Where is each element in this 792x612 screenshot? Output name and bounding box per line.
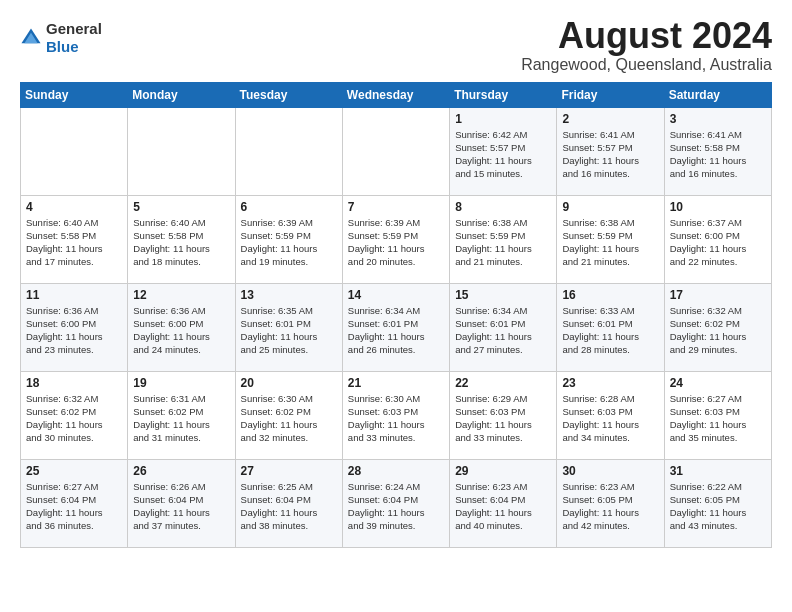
calendar-cell: 9Sunrise: 6:38 AM Sunset: 5:59 PM Daylig… (557, 195, 664, 283)
calendar-cell: 7Sunrise: 6:39 AM Sunset: 5:59 PM Daylig… (342, 195, 449, 283)
day-info: Sunrise: 6:28 AM Sunset: 6:03 PM Dayligh… (562, 392, 658, 445)
day-info: Sunrise: 6:25 AM Sunset: 6:04 PM Dayligh… (241, 480, 337, 533)
day-info: Sunrise: 6:38 AM Sunset: 5:59 PM Dayligh… (562, 216, 658, 269)
day-info: Sunrise: 6:33 AM Sunset: 6:01 PM Dayligh… (562, 304, 658, 357)
calendar-cell: 22Sunrise: 6:29 AM Sunset: 6:03 PM Dayli… (450, 371, 557, 459)
day-info: Sunrise: 6:22 AM Sunset: 6:05 PM Dayligh… (670, 480, 766, 533)
weekday-tuesday: Tuesday (235, 82, 342, 107)
day-info: Sunrise: 6:39 AM Sunset: 5:59 PM Dayligh… (348, 216, 444, 269)
calendar-cell: 1Sunrise: 6:42 AM Sunset: 5:57 PM Daylig… (450, 107, 557, 195)
calendar-cell: 18Sunrise: 6:32 AM Sunset: 6:02 PM Dayli… (21, 371, 128, 459)
calendar-cell: 24Sunrise: 6:27 AM Sunset: 6:03 PM Dayli… (664, 371, 771, 459)
calendar-cell: 17Sunrise: 6:32 AM Sunset: 6:02 PM Dayli… (664, 283, 771, 371)
day-info: Sunrise: 6:40 AM Sunset: 5:58 PM Dayligh… (133, 216, 229, 269)
calendar-cell: 4Sunrise: 6:40 AM Sunset: 5:58 PM Daylig… (21, 195, 128, 283)
week-row-3: 11Sunrise: 6:36 AM Sunset: 6:00 PM Dayli… (21, 283, 772, 371)
day-info: Sunrise: 6:27 AM Sunset: 6:03 PM Dayligh… (670, 392, 766, 445)
calendar-cell: 31Sunrise: 6:22 AM Sunset: 6:05 PM Dayli… (664, 459, 771, 547)
day-info: Sunrise: 6:24 AM Sunset: 6:04 PM Dayligh… (348, 480, 444, 533)
day-number: 30 (562, 464, 658, 478)
day-number: 5 (133, 200, 229, 214)
day-info: Sunrise: 6:42 AM Sunset: 5:57 PM Dayligh… (455, 128, 551, 181)
calendar-cell: 12Sunrise: 6:36 AM Sunset: 6:00 PM Dayli… (128, 283, 235, 371)
day-number: 17 (670, 288, 766, 302)
day-number: 19 (133, 376, 229, 390)
day-info: Sunrise: 6:34 AM Sunset: 6:01 PM Dayligh… (348, 304, 444, 357)
weekday-header: SundayMondayTuesdayWednesdayThursdayFrid… (21, 82, 772, 107)
weekday-friday: Friday (557, 82, 664, 107)
location-title: Rangewood, Queensland, Australia (521, 56, 772, 74)
calendar-cell (342, 107, 449, 195)
day-info: Sunrise: 6:23 AM Sunset: 6:04 PM Dayligh… (455, 480, 551, 533)
day-info: Sunrise: 6:34 AM Sunset: 6:01 PM Dayligh… (455, 304, 551, 357)
day-number: 23 (562, 376, 658, 390)
calendar-cell (128, 107, 235, 195)
day-number: 15 (455, 288, 551, 302)
calendar-cell (21, 107, 128, 195)
calendar-cell: 21Sunrise: 6:30 AM Sunset: 6:03 PM Dayli… (342, 371, 449, 459)
calendar-cell: 15Sunrise: 6:34 AM Sunset: 6:01 PM Dayli… (450, 283, 557, 371)
day-info: Sunrise: 6:35 AM Sunset: 6:01 PM Dayligh… (241, 304, 337, 357)
day-number: 18 (26, 376, 122, 390)
day-info: Sunrise: 6:41 AM Sunset: 5:57 PM Dayligh… (562, 128, 658, 181)
calendar-cell: 6Sunrise: 6:39 AM Sunset: 5:59 PM Daylig… (235, 195, 342, 283)
day-info: Sunrise: 6:27 AM Sunset: 6:04 PM Dayligh… (26, 480, 122, 533)
header: General Blue August 2024 Rangewood, Quee… (20, 16, 772, 74)
day-number: 22 (455, 376, 551, 390)
calendar-cell: 13Sunrise: 6:35 AM Sunset: 6:01 PM Dayli… (235, 283, 342, 371)
calendar-table: SundayMondayTuesdayWednesdayThursdayFrid… (20, 82, 772, 548)
day-info: Sunrise: 6:30 AM Sunset: 6:02 PM Dayligh… (241, 392, 337, 445)
logo-icon (20, 27, 42, 49)
calendar-cell (235, 107, 342, 195)
day-info: Sunrise: 6:37 AM Sunset: 6:00 PM Dayligh… (670, 216, 766, 269)
week-row-5: 25Sunrise: 6:27 AM Sunset: 6:04 PM Dayli… (21, 459, 772, 547)
day-info: Sunrise: 6:38 AM Sunset: 5:59 PM Dayligh… (455, 216, 551, 269)
calendar-cell: 8Sunrise: 6:38 AM Sunset: 5:59 PM Daylig… (450, 195, 557, 283)
day-info: Sunrise: 6:31 AM Sunset: 6:02 PM Dayligh… (133, 392, 229, 445)
calendar-cell: 5Sunrise: 6:40 AM Sunset: 5:58 PM Daylig… (128, 195, 235, 283)
day-number: 8 (455, 200, 551, 214)
day-number: 9 (562, 200, 658, 214)
calendar-cell: 27Sunrise: 6:25 AM Sunset: 6:04 PM Dayli… (235, 459, 342, 547)
day-number: 6 (241, 200, 337, 214)
day-number: 16 (562, 288, 658, 302)
calendar-body: 1Sunrise: 6:42 AM Sunset: 5:57 PM Daylig… (21, 107, 772, 547)
calendar-cell: 11Sunrise: 6:36 AM Sunset: 6:00 PM Dayli… (21, 283, 128, 371)
day-info: Sunrise: 6:41 AM Sunset: 5:58 PM Dayligh… (670, 128, 766, 181)
day-info: Sunrise: 6:32 AM Sunset: 6:02 PM Dayligh… (670, 304, 766, 357)
day-number: 14 (348, 288, 444, 302)
day-number: 21 (348, 376, 444, 390)
day-number: 29 (455, 464, 551, 478)
day-info: Sunrise: 6:26 AM Sunset: 6:04 PM Dayligh… (133, 480, 229, 533)
weekday-sunday: Sunday (21, 82, 128, 107)
day-number: 20 (241, 376, 337, 390)
weekday-monday: Monday (128, 82, 235, 107)
title-block: August 2024 Rangewood, Queensland, Austr… (521, 16, 772, 74)
week-row-2: 4Sunrise: 6:40 AM Sunset: 5:58 PM Daylig… (21, 195, 772, 283)
day-number: 24 (670, 376, 766, 390)
day-info: Sunrise: 6:40 AM Sunset: 5:58 PM Dayligh… (26, 216, 122, 269)
day-number: 13 (241, 288, 337, 302)
day-info: Sunrise: 6:36 AM Sunset: 6:00 PM Dayligh… (133, 304, 229, 357)
day-number: 2 (562, 112, 658, 126)
calendar-cell: 20Sunrise: 6:30 AM Sunset: 6:02 PM Dayli… (235, 371, 342, 459)
logo-text-blue: Blue (46, 38, 79, 55)
calendar-cell: 23Sunrise: 6:28 AM Sunset: 6:03 PM Dayli… (557, 371, 664, 459)
day-number: 11 (26, 288, 122, 302)
logo: General Blue (20, 20, 102, 56)
calendar-cell: 30Sunrise: 6:23 AM Sunset: 6:05 PM Dayli… (557, 459, 664, 547)
calendar-cell: 10Sunrise: 6:37 AM Sunset: 6:00 PM Dayli… (664, 195, 771, 283)
week-row-1: 1Sunrise: 6:42 AM Sunset: 5:57 PM Daylig… (21, 107, 772, 195)
day-number: 7 (348, 200, 444, 214)
calendar-cell: 2Sunrise: 6:41 AM Sunset: 5:57 PM Daylig… (557, 107, 664, 195)
calendar-cell: 3Sunrise: 6:41 AM Sunset: 5:58 PM Daylig… (664, 107, 771, 195)
day-info: Sunrise: 6:39 AM Sunset: 5:59 PM Dayligh… (241, 216, 337, 269)
day-number: 12 (133, 288, 229, 302)
calendar-cell: 16Sunrise: 6:33 AM Sunset: 6:01 PM Dayli… (557, 283, 664, 371)
weekday-saturday: Saturday (664, 82, 771, 107)
day-info: Sunrise: 6:32 AM Sunset: 6:02 PM Dayligh… (26, 392, 122, 445)
calendar-cell: 19Sunrise: 6:31 AM Sunset: 6:02 PM Dayli… (128, 371, 235, 459)
week-row-4: 18Sunrise: 6:32 AM Sunset: 6:02 PM Dayli… (21, 371, 772, 459)
calendar-cell: 29Sunrise: 6:23 AM Sunset: 6:04 PM Dayli… (450, 459, 557, 547)
day-number: 31 (670, 464, 766, 478)
